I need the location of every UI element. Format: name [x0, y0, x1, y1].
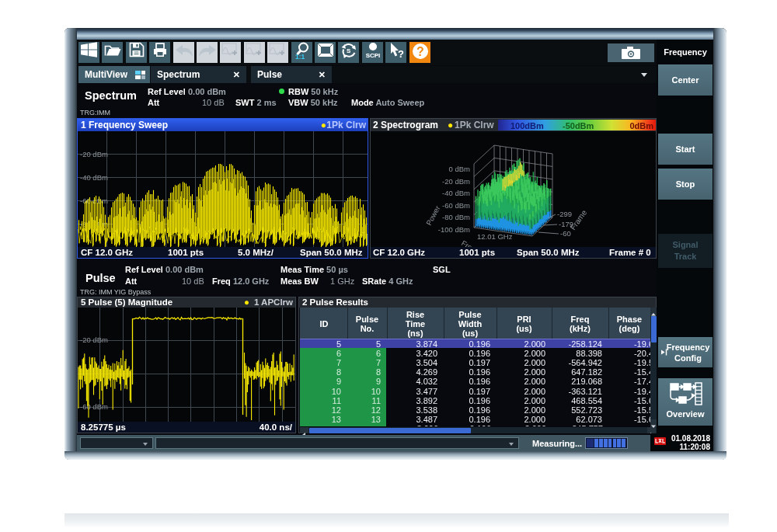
svg-text:Power: Power [424, 204, 441, 227]
svg-text:-60: -60 [560, 229, 571, 238]
svg-text:SCPI: SCPI [365, 52, 380, 59]
svg-text:-299: -299 [557, 210, 572, 218]
svg-text:?: ? [416, 45, 424, 58]
svg-text:-100 dBm: -100 dBm [438, 225, 470, 234]
svg-text:S: S [347, 47, 351, 54]
svg-text:1:1: 1:1 [295, 53, 305, 60]
svg-text:-80 dBm: -80 dBm [442, 213, 470, 221]
svg-text:12.01 GHz: 12.01 GHz [477, 232, 513, 241]
svg-text:-60 dBm: -60 dBm [442, 201, 470, 210]
svg-text:?: ? [398, 48, 404, 59]
svg-text:-40 dBm: -40 dBm [442, 189, 470, 197]
svg-text:0 dBm: 0 dBm [449, 165, 471, 173]
svg-text:-20 dBm: -20 dBm [442, 177, 470, 186]
